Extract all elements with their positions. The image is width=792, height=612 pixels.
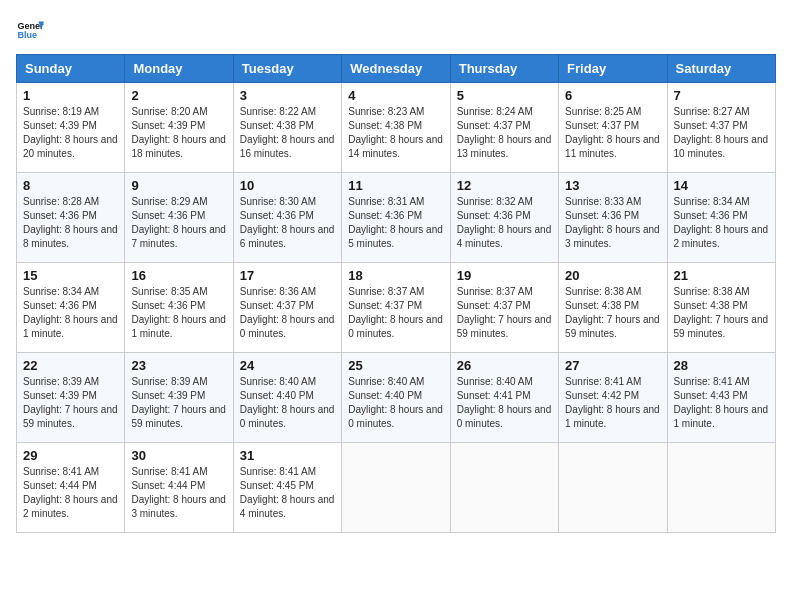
day-info: Sunrise: 8:23 AMSunset: 4:38 PMDaylight:… xyxy=(348,105,443,161)
calendar-cell: 3 Sunrise: 8:22 AMSunset: 4:38 PMDayligh… xyxy=(233,83,341,173)
calendar-cell: 14 Sunrise: 8:34 AMSunset: 4:36 PMDaylig… xyxy=(667,173,775,263)
calendar-cell: 16 Sunrise: 8:35 AMSunset: 4:36 PMDaylig… xyxy=(125,263,233,353)
day-info: Sunrise: 8:37 AMSunset: 4:37 PMDaylight:… xyxy=(457,285,552,341)
day-number: 14 xyxy=(674,178,769,193)
day-number: 23 xyxy=(131,358,226,373)
day-number: 1 xyxy=(23,88,118,103)
calendar-cell: 30 Sunrise: 8:41 AMSunset: 4:44 PMDaylig… xyxy=(125,443,233,533)
calendar-cell xyxy=(667,443,775,533)
day-number: 4 xyxy=(348,88,443,103)
day-info: Sunrise: 8:40 AMSunset: 4:41 PMDaylight:… xyxy=(457,375,552,431)
day-number: 2 xyxy=(131,88,226,103)
day-info: Sunrise: 8:35 AMSunset: 4:36 PMDaylight:… xyxy=(131,285,226,341)
day-number: 25 xyxy=(348,358,443,373)
day-number: 13 xyxy=(565,178,660,193)
day-number: 19 xyxy=(457,268,552,283)
calendar-cell: 12 Sunrise: 8:32 AMSunset: 4:36 PMDaylig… xyxy=(450,173,558,263)
day-info: Sunrise: 8:31 AMSunset: 4:36 PMDaylight:… xyxy=(348,195,443,251)
calendar-cell: 17 Sunrise: 8:36 AMSunset: 4:37 PMDaylig… xyxy=(233,263,341,353)
day-info: Sunrise: 8:28 AMSunset: 4:36 PMDaylight:… xyxy=(23,195,118,251)
calendar-cell: 20 Sunrise: 8:38 AMSunset: 4:38 PMDaylig… xyxy=(559,263,667,353)
calendar-cell: 9 Sunrise: 8:29 AMSunset: 4:36 PMDayligh… xyxy=(125,173,233,263)
day-number: 24 xyxy=(240,358,335,373)
day-info: Sunrise: 8:33 AMSunset: 4:36 PMDaylight:… xyxy=(565,195,660,251)
calendar-table: SundayMondayTuesdayWednesdayThursdayFrid… xyxy=(16,54,776,533)
day-info: Sunrise: 8:39 AMSunset: 4:39 PMDaylight:… xyxy=(23,375,118,431)
calendar-cell: 15 Sunrise: 8:34 AMSunset: 4:36 PMDaylig… xyxy=(17,263,125,353)
day-info: Sunrise: 8:38 AMSunset: 4:38 PMDaylight:… xyxy=(674,285,769,341)
day-info: Sunrise: 8:34 AMSunset: 4:36 PMDaylight:… xyxy=(23,285,118,341)
calendar-week-row: 8 Sunrise: 8:28 AMSunset: 4:36 PMDayligh… xyxy=(17,173,776,263)
calendar-cell: 26 Sunrise: 8:40 AMSunset: 4:41 PMDaylig… xyxy=(450,353,558,443)
calendar-week-row: 15 Sunrise: 8:34 AMSunset: 4:36 PMDaylig… xyxy=(17,263,776,353)
day-info: Sunrise: 8:24 AMSunset: 4:37 PMDaylight:… xyxy=(457,105,552,161)
day-info: Sunrise: 8:22 AMSunset: 4:38 PMDaylight:… xyxy=(240,105,335,161)
weekday-header: Saturday xyxy=(667,55,775,83)
calendar-cell: 4 Sunrise: 8:23 AMSunset: 4:38 PMDayligh… xyxy=(342,83,450,173)
day-number: 3 xyxy=(240,88,335,103)
calendar-week-row: 29 Sunrise: 8:41 AMSunset: 4:44 PMDaylig… xyxy=(17,443,776,533)
weekday-header: Wednesday xyxy=(342,55,450,83)
day-number: 11 xyxy=(348,178,443,193)
day-number: 29 xyxy=(23,448,118,463)
day-number: 31 xyxy=(240,448,335,463)
calendar-cell xyxy=(450,443,558,533)
day-info: Sunrise: 8:41 AMSunset: 4:44 PMDaylight:… xyxy=(23,465,118,521)
day-info: Sunrise: 8:41 AMSunset: 4:45 PMDaylight:… xyxy=(240,465,335,521)
day-number: 6 xyxy=(565,88,660,103)
day-info: Sunrise: 8:34 AMSunset: 4:36 PMDaylight:… xyxy=(674,195,769,251)
calendar-cell: 2 Sunrise: 8:20 AMSunset: 4:39 PMDayligh… xyxy=(125,83,233,173)
calendar-week-row: 1 Sunrise: 8:19 AMSunset: 4:39 PMDayligh… xyxy=(17,83,776,173)
day-number: 20 xyxy=(565,268,660,283)
day-number: 22 xyxy=(23,358,118,373)
day-number: 17 xyxy=(240,268,335,283)
weekday-header: Friday xyxy=(559,55,667,83)
calendar-cell: 13 Sunrise: 8:33 AMSunset: 4:36 PMDaylig… xyxy=(559,173,667,263)
logo-icon: General Blue xyxy=(16,16,44,44)
day-number: 28 xyxy=(674,358,769,373)
day-info: Sunrise: 8:41 AMSunset: 4:44 PMDaylight:… xyxy=(131,465,226,521)
calendar-cell: 28 Sunrise: 8:41 AMSunset: 4:43 PMDaylig… xyxy=(667,353,775,443)
day-number: 27 xyxy=(565,358,660,373)
day-number: 12 xyxy=(457,178,552,193)
weekday-header: Tuesday xyxy=(233,55,341,83)
day-number: 8 xyxy=(23,178,118,193)
day-info: Sunrise: 8:27 AMSunset: 4:37 PMDaylight:… xyxy=(674,105,769,161)
calendar-cell: 29 Sunrise: 8:41 AMSunset: 4:44 PMDaylig… xyxy=(17,443,125,533)
day-number: 9 xyxy=(131,178,226,193)
day-info: Sunrise: 8:40 AMSunset: 4:40 PMDaylight:… xyxy=(348,375,443,431)
calendar-cell: 18 Sunrise: 8:37 AMSunset: 4:37 PMDaylig… xyxy=(342,263,450,353)
calendar-header-row: SundayMondayTuesdayWednesdayThursdayFrid… xyxy=(17,55,776,83)
day-info: Sunrise: 8:41 AMSunset: 4:43 PMDaylight:… xyxy=(674,375,769,431)
day-info: Sunrise: 8:37 AMSunset: 4:37 PMDaylight:… xyxy=(348,285,443,341)
calendar-cell: 24 Sunrise: 8:40 AMSunset: 4:40 PMDaylig… xyxy=(233,353,341,443)
day-number: 18 xyxy=(348,268,443,283)
calendar-cell: 23 Sunrise: 8:39 AMSunset: 4:39 PMDaylig… xyxy=(125,353,233,443)
day-number: 7 xyxy=(674,88,769,103)
day-info: Sunrise: 8:20 AMSunset: 4:39 PMDaylight:… xyxy=(131,105,226,161)
calendar-cell: 1 Sunrise: 8:19 AMSunset: 4:39 PMDayligh… xyxy=(17,83,125,173)
calendar-week-row: 22 Sunrise: 8:39 AMSunset: 4:39 PMDaylig… xyxy=(17,353,776,443)
weekday-header: Thursday xyxy=(450,55,558,83)
day-info: Sunrise: 8:30 AMSunset: 4:36 PMDaylight:… xyxy=(240,195,335,251)
calendar-cell: 8 Sunrise: 8:28 AMSunset: 4:36 PMDayligh… xyxy=(17,173,125,263)
calendar-cell: 6 Sunrise: 8:25 AMSunset: 4:37 PMDayligh… xyxy=(559,83,667,173)
day-number: 26 xyxy=(457,358,552,373)
logo: General Blue xyxy=(16,16,48,44)
calendar-cell: 5 Sunrise: 8:24 AMSunset: 4:37 PMDayligh… xyxy=(450,83,558,173)
day-info: Sunrise: 8:36 AMSunset: 4:37 PMDaylight:… xyxy=(240,285,335,341)
day-info: Sunrise: 8:41 AMSunset: 4:42 PMDaylight:… xyxy=(565,375,660,431)
day-number: 5 xyxy=(457,88,552,103)
day-info: Sunrise: 8:39 AMSunset: 4:39 PMDaylight:… xyxy=(131,375,226,431)
day-number: 30 xyxy=(131,448,226,463)
calendar-cell: 19 Sunrise: 8:37 AMSunset: 4:37 PMDaylig… xyxy=(450,263,558,353)
weekday-header: Sunday xyxy=(17,55,125,83)
day-info: Sunrise: 8:19 AMSunset: 4:39 PMDaylight:… xyxy=(23,105,118,161)
svg-text:Blue: Blue xyxy=(17,30,37,40)
day-info: Sunrise: 8:38 AMSunset: 4:38 PMDaylight:… xyxy=(565,285,660,341)
day-number: 15 xyxy=(23,268,118,283)
day-number: 21 xyxy=(674,268,769,283)
calendar-cell xyxy=(559,443,667,533)
day-number: 10 xyxy=(240,178,335,193)
calendar-cell: 11 Sunrise: 8:31 AMSunset: 4:36 PMDaylig… xyxy=(342,173,450,263)
